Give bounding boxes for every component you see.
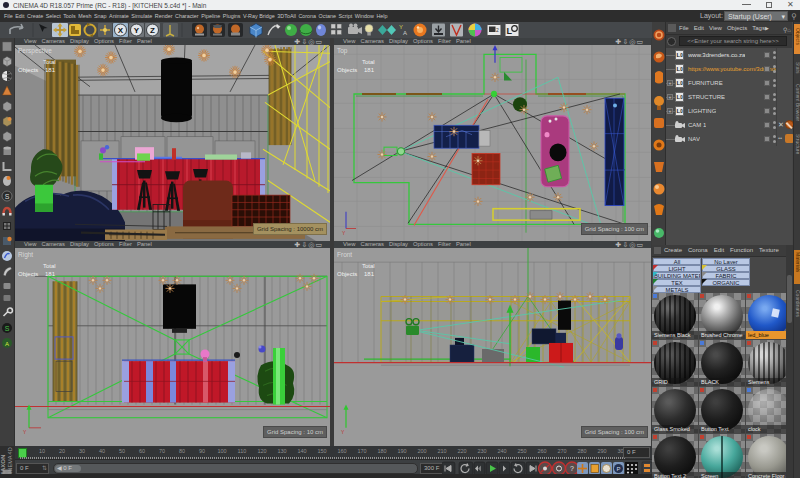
svg-text:A: A [403,30,407,36]
svg-text:Y: Y [342,230,346,236]
svg-text:Y: Y [134,26,140,35]
svg-text:S: S [5,325,10,332]
svg-text:2: 2 [496,27,499,33]
svg-text:P: P [616,466,620,472]
svg-text:S: S [5,193,10,200]
svg-text:X: X [118,26,124,35]
svg-text:A: A [5,341,9,347]
svg-text:Z: Z [150,26,155,35]
svg-text:?: ? [570,465,574,472]
